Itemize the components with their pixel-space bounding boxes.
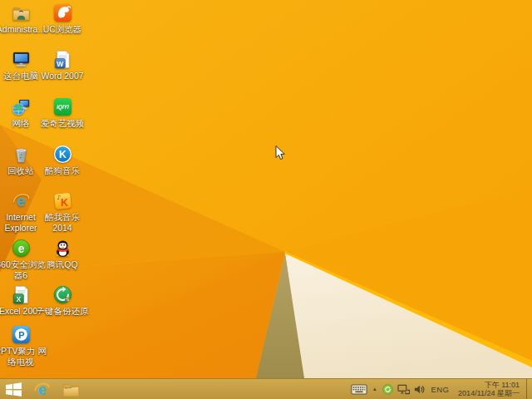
kugou-k-circle-icon: K <box>53 145 72 164</box>
svg-text:iQIYI: iQIYI <box>57 104 69 111</box>
backup-restore-arrow-icon <box>53 285 72 304</box>
qq-penguin-icon <box>53 239 72 258</box>
svg-text:P: P <box>18 330 24 340</box>
svg-text:K: K <box>59 149 66 160</box>
iqiyi-green-icon: iQIYI <box>53 97 72 116</box>
recycle-bin-icon <box>12 145 31 164</box>
uc-browser-icon <box>53 3 72 22</box>
windows-logo-icon <box>6 382 22 397</box>
taskbar: e ▲ <box>0 378 532 399</box>
desktop-icon-word-2007[interactable]: W Word 2007 <box>42 50 83 81</box>
network-status-icon <box>397 384 410 395</box>
desktop-icon-iqiyi-video[interactable]: iQIYI 爱奇艺视频 <box>42 97 83 129</box>
360-green-e-icon: e <box>12 239 31 258</box>
desktop-icon-kuwo-music[interactable]: K ♪ 酷我音乐 2014 <box>42 191 83 233</box>
folder-icon <box>62 382 80 397</box>
svg-text:K: K <box>60 197 67 209</box>
desktop-icon-tencent-qq[interactable]: 腾讯QQ <box>42 239 83 270</box>
desktop-icon-pptv[interactable]: P PPTV聚力 网 络电视 <box>1 325 41 367</box>
pptv-p-icon: P <box>12 325 31 344</box>
chevron-up-icon[interactable]: ▲ <box>372 387 378 392</box>
computer-monitor-icon <box>12 50 31 69</box>
desktop-icon-label: Word 2007 <box>27 71 98 81</box>
desktop-icon-label: 爱奇艺视频 <box>27 118 98 129</box>
taskbar-clock[interactable]: 下午 11:01 2014/11/24 星期一 <box>456 381 522 398</box>
desktop-icon-label: UC浏览器 <box>27 24 98 35</box>
language-indicator[interactable]: ENG <box>429 385 452 394</box>
start-button[interactable] <box>0 379 27 399</box>
ie-blue-e-icon: e <box>33 381 51 398</box>
desktop-icon-label: 腾讯QQ <box>27 259 98 270</box>
desktop-icon-label: 一键备份还原 <box>27 306 98 317</box>
word-document-icon: W <box>53 50 72 69</box>
desktop-icon-backup-restore[interactable]: 一键备份还原 <box>42 285 83 317</box>
network-globe-icon <box>12 97 31 116</box>
tray-network-icon[interactable] <box>397 384 410 395</box>
keyboard-icon <box>351 384 367 395</box>
desktop-icon-uc-browser[interactable]: UC浏览器 <box>42 3 83 35</box>
svg-text:W: W <box>57 60 64 68</box>
svg-text:♪: ♪ <box>57 194 61 201</box>
touch-keyboard-button[interactable] <box>351 384 367 395</box>
desktop-icon-kugou-music[interactable]: K 酷狗音乐 <box>42 145 83 176</box>
360-safety-tray-icon <box>382 384 393 395</box>
clock-date: 2014/11/24 星期一 <box>458 389 520 398</box>
volume-icon <box>414 384 425 395</box>
show-desktop-button[interactable] <box>526 379 531 399</box>
taskbar-file-explorer-button[interactable] <box>57 379 86 399</box>
desktop-icon-label: PPTV聚力 网 络电视 <box>0 346 55 367</box>
svg-text:e: e <box>17 242 24 255</box>
kuwo-k-note-icon: K ♪ <box>53 191 72 210</box>
clock-time: 下午 11:01 <box>458 381 520 390</box>
desktop-icon-label: 酷我音乐 2014 <box>27 212 98 233</box>
svg-text:X: X <box>16 296 21 303</box>
user-folder-icon <box>12 3 31 22</box>
tray-360-safety-icon[interactable] <box>382 384 393 395</box>
tray-volume-icon[interactable] <box>414 384 425 395</box>
desktop: Administra... UC浏览器 这台电脑 W Word 2007 <box>0 0 532 399</box>
desktop-icon-label: 酷狗音乐 <box>27 165 98 176</box>
ie-blue-e-icon: e <box>12 191 31 210</box>
taskbar-ie-button[interactable]: e <box>27 379 57 399</box>
excel-document-icon: X <box>12 285 31 304</box>
system-tray: ▲ ENG <box>351 379 532 399</box>
